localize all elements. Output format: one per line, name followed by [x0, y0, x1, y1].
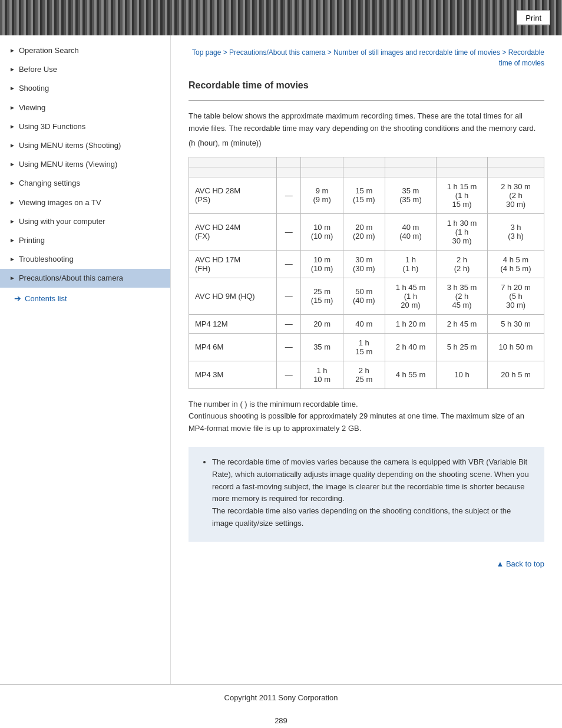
table-cell-col5: 2 h 40 m [385, 333, 436, 361]
table-subheader-format [189, 167, 277, 177]
table-cell-col2: — [277, 213, 301, 250]
note-box: The recordable time of movies varies bec… [189, 447, 544, 542]
sidebar-item-viewing-images-tv[interactable]: ► Viewing images on a TV [0, 193, 170, 212]
table-subheader-col6 [436, 167, 487, 177]
table-row: MP4 12M — 20 m 40 m 1 h 20 m 2 h 45 m 5 … [189, 314, 544, 333]
sidebar-item-before-use[interactable]: ► Before Use [0, 60, 170, 79]
table-cell-col4: 1 h15 m [343, 333, 385, 361]
sidebar-item-changing-settings[interactable]: ► Changing settings [0, 174, 170, 193]
table-row: MP4 3M — 1 h10 m 2 h25 m 4 h 55 m 10 h 2… [189, 361, 544, 388]
breadcrumb-top[interactable]: Top page [192, 48, 221, 57]
chevron-right-icon: ► [9, 141, 15, 150]
table-cell-col2: — [277, 333, 301, 361]
contents-list-anchor[interactable]: Contents list [25, 294, 67, 303]
table-row: MP4 6M — 35 m 1 h15 m 2 h 40 m 5 h 25 m … [189, 333, 544, 361]
table-subheader-col4 [343, 167, 385, 177]
table-row: AVC HD 28M(PS) — 9 m(9 m) 15 m(15 m) 35 … [189, 177, 544, 213]
table-cell-format: AVC HD 17M(FH) [189, 250, 277, 278]
note-line-1: The number in ( ) is the minimum recorda… [189, 398, 544, 411]
table-cell-col7: 20 h 5 m [488, 361, 544, 388]
back-to-top-link[interactable]: ▲ Back to top [496, 559, 544, 568]
chevron-right-icon: ► [9, 65, 15, 74]
sidebar-item-label: Viewing [19, 103, 45, 113]
table-cell-col4: 30 m(30 m) [343, 250, 385, 278]
sidebar-item-label: Precautions/About this camera [19, 273, 123, 284]
table-cell-col4: 20 m(20 m) [343, 213, 385, 250]
table-cell-col5: 40 m(40 m) [385, 213, 436, 250]
copyright-text: Copyright 2011 Sony Corporation [224, 693, 338, 702]
sidebar-item-menu-viewing[interactable]: ► Using MENU items (Viewing) [0, 155, 170, 174]
page-title: Recordable time of movies [189, 80, 544, 91]
note-box-text: The recordable time of movies varies bec… [212, 456, 533, 530]
sidebar-item-label: Using with your computer [19, 216, 105, 227]
table-cell-col4: 15 m(15 m) [343, 177, 385, 213]
sidebar-item-label: Operation Search [19, 45, 79, 56]
table-row: AVC HD 24M(FX) — 10 m(10 m) 20 m(20 m) 4… [189, 213, 544, 250]
table-cell-format: AVC HD 28M(PS) [189, 177, 277, 213]
breadcrumb: Top page > Precautions/About this camera… [189, 47, 544, 68]
chevron-right-icon: ► [9, 255, 15, 263]
header-bar: Print [0, 0, 562, 35]
breadcrumb-recordable[interactable]: Recordable time of movies [499, 48, 544, 67]
table-cell-col3: 1 h10 m [301, 361, 343, 388]
notes-section: The number in ( ) is the minimum recorda… [189, 398, 544, 435]
breadcrumb-precautions[interactable]: Precautions/About this camera [229, 48, 325, 57]
table-cell-col6: 2 h 45 m [436, 314, 487, 333]
chevron-right-icon: ► [9, 160, 15, 169]
table-subheader-col5 [385, 167, 436, 177]
sidebar-item-label: Printing [19, 235, 45, 246]
chevron-right-icon: ► [9, 274, 15, 282]
contents-list-link[interactable]: ➔ Contents list [0, 288, 170, 309]
table-cell-col4: 2 h25 m [343, 361, 385, 388]
table-cell-col3: 25 m(15 m) [301, 278, 343, 314]
table-cell-col4: 40 m [343, 314, 385, 333]
chevron-right-icon: ► [9, 47, 15, 55]
table-cell-col2: — [277, 278, 301, 314]
arrow-right-icon: ➔ [14, 294, 21, 303]
table-cell-col3: 35 m [301, 333, 343, 361]
sidebar-item-viewing[interactable]: ► Viewing [0, 98, 170, 117]
sidebar-item-label: Using MENU items (Viewing) [19, 159, 117, 170]
sidebar-item-shooting[interactable]: ► Shooting [0, 79, 170, 98]
table-cell-col2: — [277, 314, 301, 333]
table-cell-col6: 10 h [436, 361, 487, 388]
description-text: The table below shows the approximate ma… [189, 110, 544, 135]
sidebar: ► Operation Search ► Before Use ► Shooti… [0, 35, 171, 684]
table-cell-col6: 2 h(2 h) [436, 250, 487, 278]
sidebar-item-printing[interactable]: ► Printing [0, 231, 170, 250]
sub-description-text: (h (hour), m (minute)) [189, 139, 544, 147]
chevron-right-icon: ► [9, 84, 15, 93]
table-cell-col6: 3 h 35 m(2 h45 m) [436, 278, 487, 314]
table-subheader-col2 [277, 167, 301, 177]
breadcrumb-number[interactable]: Number of still images and recordable ti… [333, 48, 500, 57]
table-cell-col3: 10 m(10 m) [301, 213, 343, 250]
back-to-top-section: ▲ Back to top [189, 554, 544, 574]
table-cell-col6: 1 h 30 m(1 h30 m) [436, 213, 487, 250]
table-cell-col7: 3 h(3 h) [488, 213, 544, 250]
table-row: AVC HD 17M(FH) — 10 m(10 m) 30 m(30 m) 1… [189, 250, 544, 278]
sidebar-item-operation-search[interactable]: ► Operation Search [0, 41, 170, 60]
table-cell-col5: 1 h(1 h) [385, 250, 436, 278]
table-cell-col2: — [277, 361, 301, 388]
sidebar-item-troubleshooting[interactable]: ► Troubleshooting [0, 250, 170, 269]
sidebar-item-computer[interactable]: ► Using with your computer [0, 212, 170, 231]
table-cell-col5: 4 h 55 m [385, 361, 436, 388]
table-cell-col7: 2 h 30 m(2 h30 m) [488, 177, 544, 213]
print-button[interactable]: Print [517, 11, 550, 25]
table-cell-format: AVC HD 24M(FX) [189, 213, 277, 250]
sidebar-item-menu-shooting[interactable]: ► Using MENU items (Shooting) [0, 136, 170, 155]
main-layout: ► Operation Search ► Before Use ► Shooti… [0, 35, 562, 684]
table-cell-format: MP4 3M [189, 361, 277, 388]
table-cell-col7: 10 h 50 m [488, 333, 544, 361]
sidebar-item-precautions[interactable]: ► Precautions/About this camera [0, 269, 170, 288]
chevron-right-icon: ► [9, 199, 15, 207]
table-cell-col5: 1 h 20 m [385, 314, 436, 333]
table-cell-col5: 1 h 45 m(1 h20 m) [385, 278, 436, 314]
sidebar-item-label: Before Use [19, 64, 57, 75]
table-header-col7 [488, 157, 544, 167]
sidebar-item-3d-functions[interactable]: ► Using 3D Functions [0, 117, 170, 136]
content-area: Top page > Precautions/About this camera… [171, 35, 562, 684]
table-cell-col3: 20 m [301, 314, 343, 333]
table-cell-format: MP4 12M [189, 314, 277, 333]
chevron-right-icon: ► [9, 123, 15, 131]
